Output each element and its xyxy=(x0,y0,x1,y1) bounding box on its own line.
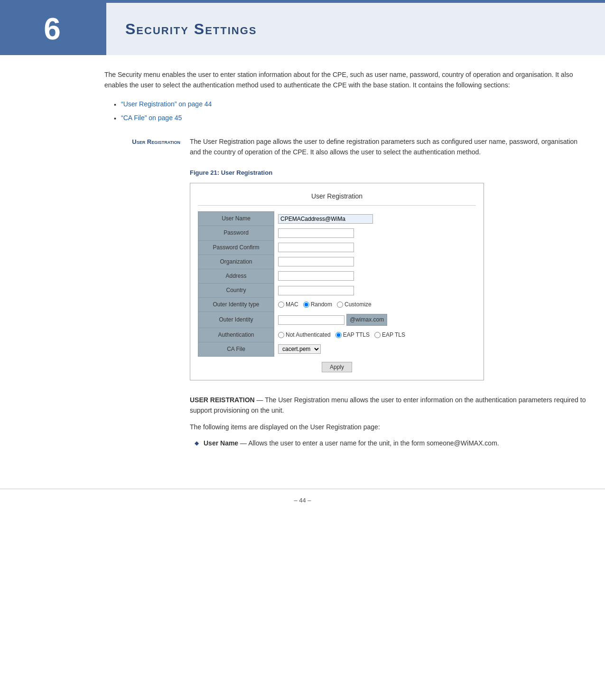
radio-eap-tls-text: EAP TLS xyxy=(382,331,405,340)
radio-not-authenticated-text: Not Authenticated xyxy=(286,331,331,340)
chapter-title: Security Settings xyxy=(125,20,257,38)
table-row: Password xyxy=(198,226,476,240)
list-term: User Name — Allows the user to enter a u… xyxy=(204,438,499,448)
ca-file-link[interactable]: “CA File” on page 45 xyxy=(121,114,182,122)
link-item-ca-file[interactable]: “CA File” on page 45 xyxy=(114,114,586,122)
input-organization[interactable] xyxy=(278,257,354,266)
table-row: Authentication Not Authenticated EAP TTL… xyxy=(198,328,476,342)
outer-identity-type-radio-group: MAC Random Customize xyxy=(278,300,472,309)
value-outer-identity: @wimax.com xyxy=(274,312,476,328)
radio-random-text: Random xyxy=(311,300,332,309)
value-organization xyxy=(274,255,476,269)
label-user-name: User Name xyxy=(198,212,274,226)
input-address[interactable] xyxy=(278,271,354,281)
user-registration-description: The User Registration page allows the us… xyxy=(190,136,586,158)
bottom-section: USER REISTRATION — The User Registration… xyxy=(190,395,586,449)
section-label-user-registration: User Registration xyxy=(104,136,190,454)
table-row: User Name xyxy=(198,212,476,226)
chapter-title-area: Security Settings xyxy=(104,3,605,55)
radio-mac-text: MAC xyxy=(286,300,298,309)
page-footer: – 44 – xyxy=(0,489,605,509)
label-country: Country xyxy=(198,284,274,298)
table-row: Address xyxy=(198,269,476,283)
label-outer-identity: Outer Identity xyxy=(198,312,274,328)
user-registration-link[interactable]: “User Registration” on page 44 xyxy=(121,100,212,108)
apply-button-row: Apply xyxy=(198,361,476,372)
input-password[interactable] xyxy=(278,228,354,238)
section-content-user-registration: The User Registration page allows the us… xyxy=(190,136,586,454)
table-row: Outer Identity @wimax.com xyxy=(198,312,476,328)
ca-file-select[interactable]: cacert.pem xyxy=(278,344,321,354)
value-password-confirm xyxy=(274,240,476,255)
label-address: Address xyxy=(198,269,274,283)
radio-not-authenticated-label[interactable]: Not Authenticated xyxy=(278,331,331,340)
list-item-user-name: User Name — Allows the user to enter a u… xyxy=(195,438,586,448)
user-registration-section: User Registration The User Registration … xyxy=(104,136,586,454)
table-row: Password Confirm xyxy=(198,240,476,255)
radio-eap-ttls[interactable] xyxy=(335,332,342,338)
label-ca-file: CA File xyxy=(198,342,274,356)
table-row: Organization xyxy=(198,255,476,269)
footer-text: – 44 – xyxy=(294,497,311,504)
radio-customize-text: Customize xyxy=(344,300,372,309)
chapter-number: 6 xyxy=(0,3,104,55)
main-content: The Security menu enables the user to en… xyxy=(0,55,605,479)
table-row: Outer Identity type MAC Random xyxy=(198,298,476,312)
chapter-header: 6 Security Settings xyxy=(0,3,605,55)
table-row: CA File cacert.pem xyxy=(198,342,476,356)
user-registration-form-box: User Registration User Name Password xyxy=(190,183,484,380)
value-authentication: Not Authenticated EAP TTLS EAP TLS xyxy=(274,328,476,342)
radio-random-label[interactable]: Random xyxy=(303,300,332,309)
bottom-paragraph-2: The following items are displayed on the… xyxy=(190,422,586,432)
intro-paragraph: The Security menu enables the user to en… xyxy=(104,69,586,91)
wimax-domain-label: @wimax.com xyxy=(346,314,387,326)
list-term-bold: User Name xyxy=(204,439,238,447)
user-reistration-bold: USER REISTRATION xyxy=(190,396,255,404)
value-password xyxy=(274,226,476,240)
diamond-bullet-list: User Name — Allows the user to enter a u… xyxy=(190,438,586,448)
form-box-title: User Registration xyxy=(198,191,476,206)
value-outer-identity-type: MAC Random Customize xyxy=(274,298,476,312)
figure-caption: Figure 21: User Registration xyxy=(190,168,586,178)
input-country[interactable] xyxy=(278,286,354,295)
value-user-name xyxy=(274,212,476,226)
input-user-name[interactable] xyxy=(278,214,373,224)
value-ca-file: cacert.pem xyxy=(274,342,476,356)
list-term-desc: — Allows the user to enter a user name f… xyxy=(240,439,499,447)
outer-identity-container: @wimax.com xyxy=(278,314,472,326)
radio-eap-tls[interactable] xyxy=(374,332,381,338)
label-organization: Organization xyxy=(198,255,274,269)
radio-not-authenticated[interactable] xyxy=(278,332,284,338)
bottom-paragraph-1: USER REISTRATION — The User Registration… xyxy=(190,395,586,416)
value-address xyxy=(274,269,476,283)
intro-links: “User Registration” on page 44 “CA File”… xyxy=(104,100,586,122)
radio-eap-tls-label[interactable]: EAP TLS xyxy=(374,331,405,340)
label-outer-identity-type: Outer Identity type xyxy=(198,298,274,312)
radio-mac[interactable] xyxy=(278,302,284,308)
radio-customize[interactable] xyxy=(337,302,343,308)
authentication-radio-group: Not Authenticated EAP TTLS EAP TLS xyxy=(278,331,472,340)
label-password: Password xyxy=(198,226,274,240)
radio-random[interactable] xyxy=(303,302,309,308)
radio-eap-ttls-text: EAP TTLS xyxy=(343,331,370,340)
radio-customize-label[interactable]: Customize xyxy=(337,300,372,309)
link-item-user-registration[interactable]: “User Registration” on page 44 xyxy=(114,100,586,108)
table-row: Country xyxy=(198,284,476,298)
input-password-confirm[interactable] xyxy=(278,243,354,252)
radio-eap-ttls-label[interactable]: EAP TTLS xyxy=(335,331,370,340)
input-outer-identity[interactable] xyxy=(278,315,344,325)
label-password-confirm: Password Confirm xyxy=(198,240,274,255)
apply-button[interactable]: Apply xyxy=(322,362,352,372)
radio-mac-label[interactable]: MAC xyxy=(278,300,298,309)
em-dash: — xyxy=(255,396,265,404)
label-authentication: Authentication xyxy=(198,328,274,342)
form-table: User Name Password Password xyxy=(198,211,476,357)
value-country xyxy=(274,284,476,298)
